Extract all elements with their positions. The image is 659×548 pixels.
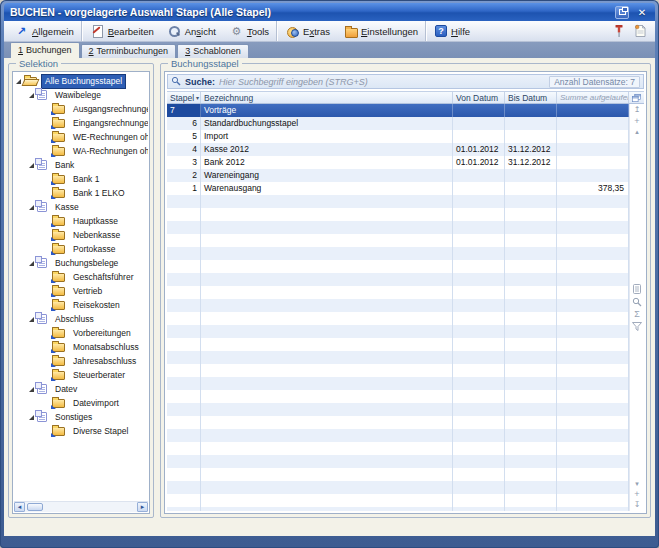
tree-item[interactable]: Abschluss: [14, 312, 148, 326]
table-row[interactable]: [167, 377, 629, 390]
tree-item[interactable]: Eingangsrechnungen: [14, 116, 148, 130]
tree-item[interactable]: Geschäftsführer: [14, 270, 148, 284]
table-row[interactable]: [167, 195, 629, 208]
scroll-to-top-icon[interactable]: ↥: [634, 106, 641, 114]
table-row[interactable]: [167, 351, 629, 364]
table-row[interactable]: [167, 481, 629, 494]
records-list-icon[interactable]: [632, 284, 642, 294]
table-row[interactable]: [167, 442, 629, 455]
scroll-left-button[interactable]: ◂: [14, 502, 25, 512]
menu-item[interactable]: ↗ Allgemein: [8, 21, 82, 41]
scroll-plus-icon[interactable]: +: [634, 490, 639, 498]
tree-item[interactable]: Steuerberater: [14, 368, 148, 382]
table-row[interactable]: [167, 312, 629, 325]
tree-item[interactable]: Nebenkasse: [14, 228, 148, 242]
column-header-stapel[interactable]: Stapel ▾: [167, 92, 201, 103]
table-row[interactable]: 4 Kasse 2012 01.01.2012 31.12.2012: [167, 143, 629, 156]
tree-item[interactable]: Alle Buchungsstapel: [14, 74, 148, 88]
search-records-icon[interactable]: [632, 297, 642, 307]
table-row[interactable]: [167, 390, 629, 403]
table-row[interactable]: [167, 273, 629, 286]
table-row[interactable]: [167, 299, 629, 312]
tree-item[interactable]: Monatsabschluss: [14, 340, 148, 354]
table-row[interactable]: 1 Warenausgang 378,35: [167, 182, 629, 195]
restore-button[interactable]: [615, 6, 629, 19]
tree-item[interactable]: Diverse Stapel: [14, 424, 148, 438]
menu-item[interactable]: Einstellungen: [337, 21, 426, 41]
tree-item[interactable]: WA-Rechnungen ohne Wawi: [14, 144, 148, 158]
table-row[interactable]: [167, 416, 629, 429]
tree-item[interactable]: Buchungsbelege: [14, 256, 148, 270]
new-note-icon[interactable]: [634, 24, 646, 38]
table-row[interactable]: [167, 364, 629, 377]
tree-item[interactable]: Bank 1: [14, 172, 148, 186]
tab[interactable]: 3Schablonen: [177, 44, 249, 58]
tree-item[interactable]: Datevimport: [14, 396, 148, 410]
tree-item[interactable]: Hauptkasse: [14, 214, 148, 228]
scroll-up-icon[interactable]: ▴: [635, 128, 639, 135]
table-row[interactable]: [167, 325, 629, 338]
table-row[interactable]: 7 Vorträge: [167, 104, 629, 117]
column-chooser-button[interactable]: [629, 92, 644, 103]
table-row[interactable]: [167, 338, 629, 351]
filter-icon[interactable]: [632, 322, 642, 331]
tree-item-icon: [52, 399, 65, 408]
table-row[interactable]: [167, 429, 629, 442]
table-row[interactable]: 2 Wareneingang: [167, 169, 629, 182]
tree-item[interactable]: Datev: [14, 382, 148, 396]
tree-item[interactable]: Vorbereitungen: [14, 326, 148, 340]
tree-item[interactable]: Sonstiges: [14, 410, 148, 424]
table-row[interactable]: [167, 247, 629, 260]
table-row[interactable]: [167, 260, 629, 273]
tab[interactable]: 2Terminbuchungen: [81, 44, 177, 58]
scroll-down-icon[interactable]: ▾: [635, 480, 639, 487]
tree-item[interactable]: Vertrieb: [14, 284, 148, 298]
table-row[interactable]: 6 Standardbuchungsstapel: [167, 117, 629, 130]
scrollbar-thumb[interactable]: [27, 503, 43, 511]
tree-item-icon: [52, 175, 65, 184]
table-row[interactable]: 5 Import: [167, 130, 629, 143]
menu-item[interactable]: ⚙ Tools: [223, 21, 277, 41]
table-row[interactable]: [167, 468, 629, 481]
table-row[interactable]: [167, 286, 629, 299]
tree-item[interactable]: WE-Rechnungen ohne Wawi: [14, 130, 148, 144]
tree-item[interactable]: Jahresabschluss: [14, 354, 148, 368]
column-header-bezeichnung[interactable]: Bezeichnung: [201, 92, 453, 103]
column-header-bis-datum[interactable]: Bis Datum: [505, 92, 557, 103]
table-row[interactable]: 3 Bank 2012 01.01.2012 31.12.2012: [167, 156, 629, 169]
titlebar[interactable]: BUCHEN - vorgelagerte Auswahl Stapel (Al…: [4, 3, 655, 21]
close-button[interactable]: ✕: [635, 6, 649, 19]
menu-item[interactable]: ? Hilfe: [428, 21, 477, 41]
horizontal-scrollbar[interactable]: ◂ ▸: [14, 501, 148, 512]
table-row[interactable]: [167, 403, 629, 416]
tree-item-icon: [52, 105, 65, 114]
tree-item[interactable]: Ausgangsrechnungen: [14, 102, 148, 116]
tree-item[interactable]: Wawibelege: [14, 88, 148, 102]
table-row[interactable]: [167, 221, 629, 234]
table-row[interactable]: [167, 455, 629, 468]
column-header-summe[interactable]: Summe aufgelaufen: [557, 92, 629, 103]
table-row[interactable]: [167, 234, 629, 247]
menu-item[interactable]: Bearbeiten: [84, 21, 161, 41]
tree-item[interactable]: Portokasse: [14, 242, 148, 256]
menu-item[interactable]: Ansicht: [161, 21, 223, 41]
pushpin-icon[interactable]: [613, 24, 625, 38]
scroll-to-bottom-icon[interactable]: ↧: [634, 501, 641, 509]
tree-item[interactable]: Bank: [14, 158, 148, 172]
search-bar[interactable]: Suche: Hier Suchbegriff eingeben (STRG+S…: [167, 74, 644, 89]
menu-item[interactable]: Extras: [279, 21, 337, 41]
scroll-plus-icon[interactable]: +: [634, 117, 639, 125]
tree-item-icon: [52, 245, 65, 254]
sum-row-icon[interactable]: Σ: [634, 310, 640, 319]
search-input[interactable]: Hier Suchbegriff eingeben (STRG+S): [219, 77, 545, 87]
scroll-right-button[interactable]: ▸: [137, 502, 148, 512]
table-row[interactable]: [167, 494, 629, 507]
tree-item[interactable]: Kasse: [14, 200, 148, 214]
table-row[interactable]: [167, 208, 629, 221]
table-row[interactable]: [167, 507, 629, 511]
tab[interactable]: 1Buchungen: [10, 42, 80, 58]
menubar: ↗ Allgemein Bearbeiten Ansicht ⚙ Tools: [4, 21, 655, 42]
tree-item[interactable]: Reisekosten: [14, 298, 148, 312]
tree-item[interactable]: Bank 1 ELKO: [14, 186, 148, 200]
column-header-von-datum[interactable]: Von Datum: [453, 92, 505, 103]
